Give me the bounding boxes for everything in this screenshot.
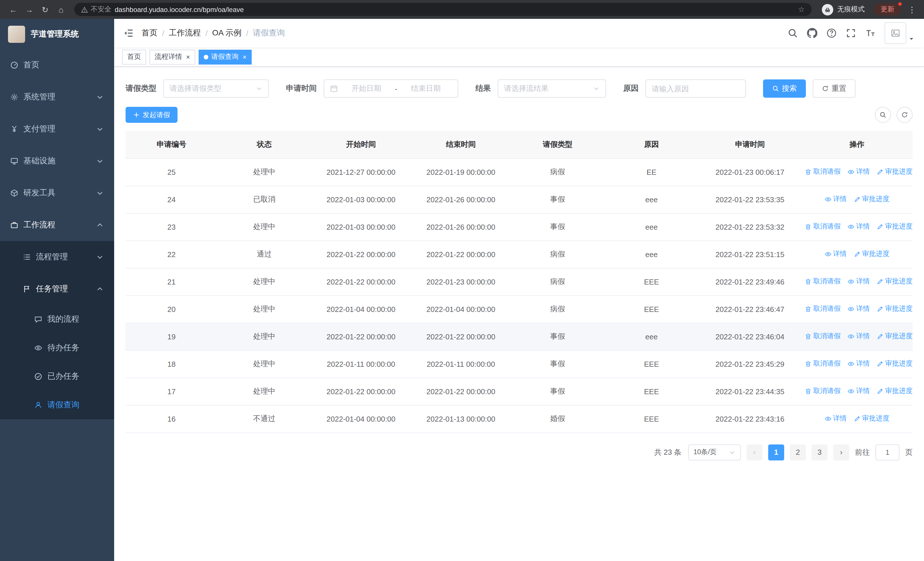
- page-button-1[interactable]: 1: [768, 444, 784, 460]
- close-icon[interactable]: ×: [243, 53, 246, 60]
- approval-progress-link[interactable]: 审批进度: [877, 387, 913, 396]
- sidebar-item-done-tasks[interactable]: 已办任务: [0, 362, 114, 391]
- back-button[interactable]: ←: [6, 2, 21, 17]
- header-search-button[interactable]: [788, 28, 798, 38]
- detail-link[interactable]: 详情: [824, 414, 847, 424]
- cell-start: 2022-01-04 00:00:00: [311, 405, 411, 432]
- approval-progress-link[interactable]: 审批进度: [877, 222, 913, 232]
- detail-link[interactable]: 详情: [824, 250, 847, 259]
- approval-progress-link[interactable]: 审批进度: [854, 414, 890, 424]
- cell-id: 19: [126, 323, 218, 350]
- sidebar-toggle-icon[interactable]: [123, 28, 134, 38]
- cell-id: 24: [126, 186, 218, 213]
- goto-page-input[interactable]: [876, 444, 900, 460]
- table-header-row: 申请编号 状态 开始时间 结束时间 请假类型 原因 申请时间 操作: [126, 131, 913, 158]
- approval-progress-link[interactable]: 审批进度: [854, 250, 890, 259]
- bookmark-star-icon[interactable]: ☆: [798, 5, 805, 14]
- cancel-leave-link[interactable]: 取消请假: [805, 332, 841, 341]
- breadcrumb-item[interactable]: 工作流程: [169, 28, 201, 38]
- sidebar-item-process-mgmt[interactable]: 流程管理: [0, 241, 114, 273]
- help-button[interactable]: [826, 28, 837, 38]
- sidebar-item-infrastructure[interactable]: 基础设施: [0, 145, 114, 177]
- tab-home[interactable]: 首页: [122, 50, 146, 64]
- refresh-table-button[interactable]: [897, 107, 913, 123]
- detail-link[interactable]: 详情: [848, 332, 870, 341]
- chevron-down-icon: [96, 157, 104, 165]
- cancel-leave-link[interactable]: 取消请假: [805, 359, 841, 369]
- detail-link[interactable]: 详情: [848, 359, 870, 369]
- cancel-leave-link[interactable]: 取消请假: [805, 304, 841, 314]
- sidebar-item-payment-mgmt[interactable]: 支付管理: [0, 113, 114, 145]
- sidebar-item-workflow[interactable]: 工作流程: [0, 209, 114, 241]
- search-button[interactable]: 搜索: [763, 80, 806, 98]
- cell-id: 25: [126, 158, 218, 186]
- calendar-icon: [330, 84, 338, 93]
- approval-progress-link[interactable]: 审批进度: [877, 332, 913, 341]
- reload-button[interactable]: ↻: [38, 2, 52, 17]
- browser-menu-button[interactable]: ⋮: [906, 5, 918, 14]
- cell-applied: 2022-01-22 23:45:29: [699, 350, 801, 378]
- reset-button[interactable]: 重置: [813, 80, 855, 98]
- cancel-leave-link[interactable]: 取消请假: [805, 277, 841, 286]
- page-size-select[interactable]: 10条/页: [688, 444, 741, 460]
- result-select[interactable]: 请选择流结果: [498, 80, 606, 98]
- col-actions: 操作: [801, 131, 913, 158]
- cancel-leave-link[interactable]: 取消请假: [805, 387, 841, 396]
- page-button-2[interactable]: 2: [790, 444, 806, 460]
- detail-link[interactable]: 详情: [848, 277, 870, 286]
- sidebar-item-system-mgmt[interactable]: 系统管理: [0, 81, 114, 113]
- table-row: 20 处理中 2022-01-04 00:00:00 2022-01-04 00…: [126, 295, 913, 323]
- home-button[interactable]: ⌂: [54, 2, 69, 17]
- detail-link[interactable]: 详情: [848, 387, 870, 396]
- detail-link[interactable]: 详情: [824, 194, 847, 204]
- breadcrumb-item[interactable]: 首页: [141, 28, 158, 38]
- next-page-button[interactable]: ›: [833, 444, 849, 460]
- sidebar-item-task-mgmt[interactable]: 任务管理: [0, 273, 114, 305]
- apply-time-range-picker[interactable]: 开始日期 - 结束日期: [324, 80, 458, 98]
- cell-status: 处理中: [218, 295, 311, 323]
- app-logo[interactable]: 芋道管理系统: [0, 19, 114, 49]
- browser-update-button[interactable]: 更新: [874, 3, 901, 15]
- breadcrumb-item[interactable]: OA 示例: [212, 28, 242, 38]
- approval-progress-link[interactable]: 审批进度: [877, 167, 913, 177]
- tab-leave-query[interactable]: 请假查询 ×: [199, 50, 252, 64]
- forward-button[interactable]: →: [22, 2, 36, 17]
- goto-label: 前往: [855, 447, 870, 457]
- cancel-leave-link[interactable]: 取消请假: [805, 222, 841, 232]
- approval-progress-link[interactable]: 审批进度: [877, 304, 913, 314]
- sidebar-item-home[interactable]: 首页: [0, 49, 114, 81]
- prev-page-button[interactable]: ‹: [747, 444, 762, 460]
- github-link[interactable]: [807, 28, 817, 38]
- cell-status: 处理中: [218, 268, 311, 295]
- reason-input[interactable]: [645, 80, 746, 98]
- create-leave-button[interactable]: 发起请假: [126, 107, 177, 123]
- tab-process-detail[interactable]: 流程详情 ×: [150, 50, 195, 64]
- approval-progress-link[interactable]: 审批进度: [854, 194, 890, 204]
- cell-applied: 2022-01-22 23:51:15: [699, 241, 801, 268]
- toggle-search-button[interactable]: [875, 107, 891, 123]
- cancel-leave-link[interactable]: 取消请假: [805, 167, 841, 177]
- security-status[interactable]: 不安全: [81, 5, 111, 14]
- sidebar-item-dev-tools[interactable]: 研发工具: [0, 177, 114, 209]
- user-menu[interactable]: [885, 22, 915, 44]
- address-bar[interactable]: 不安全 dashboard.yudao.iocoder.cn/bpm/oa/le…: [74, 3, 812, 16]
- font-size-button[interactable]: [865, 28, 876, 38]
- table-row: 16 不通过 2022-01-04 00:00:00 2022-01-13 00…: [126, 405, 913, 432]
- approval-progress-link[interactable]: 审批进度: [877, 277, 913, 286]
- breadcrumb-separator: /: [206, 29, 208, 38]
- detail-link[interactable]: 详情: [848, 304, 870, 314]
- detail-link[interactable]: 详情: [848, 222, 870, 232]
- page-button-3[interactable]: 3: [812, 444, 828, 460]
- caret-down-icon: [908, 35, 915, 42]
- table-row: 24 已取消 2022-01-03 00:00:00 2022-01-26 00…: [126, 186, 913, 213]
- fullscreen-button[interactable]: [846, 28, 856, 38]
- close-icon[interactable]: ×: [186, 53, 190, 60]
- sidebar-item-my-process[interactable]: 我的流程: [0, 305, 114, 334]
- cell-status: 处理中: [218, 323, 311, 350]
- sidebar-item-todo-tasks[interactable]: 待办任务: [0, 334, 114, 362]
- leave-type-select[interactable]: 请选择请假类型: [163, 80, 269, 98]
- detail-link[interactable]: 详情: [848, 167, 870, 177]
- sidebar-item-leave-query[interactable]: 请假查询: [0, 391, 114, 419]
- approval-progress-link[interactable]: 审批进度: [877, 359, 913, 369]
- check-circle-icon: [34, 373, 42, 381]
